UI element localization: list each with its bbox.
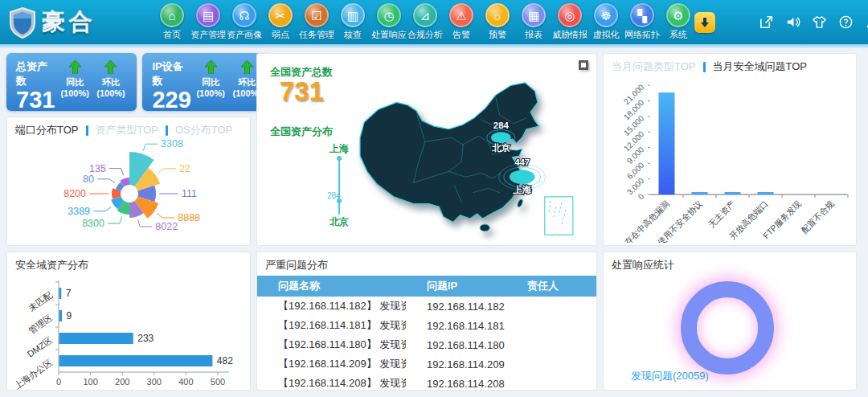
topbar-actions	[694, 12, 868, 33]
download-button[interactable]	[694, 12, 715, 33]
legend-found-issues[interactable]: 发现问题(20059)	[631, 369, 709, 383]
axis-line: 284	[338, 157, 340, 215]
table-row[interactable]: 【192.168.114.209】 发现资产不... 192.168.114.2…	[257, 354, 596, 374]
up-arrow-icon	[241, 60, 253, 74]
user-button[interactable]	[865, 14, 868, 30]
table-row[interactable]: 【192.168.114.208】 发现资产不... 192.168.114.2…	[257, 374, 596, 391]
nav-item-task-management[interactable]: ☑ 任务管理	[301, 3, 333, 41]
volume-button[interactable]	[785, 14, 800, 30]
nav-item-alarm[interactable]: ⚠ 告警	[445, 3, 477, 41]
table-row[interactable]: 【192.168.114.181】 发现资产不... 192.168.114.1…	[257, 316, 596, 335]
clipboard-icon: ☑	[305, 3, 329, 27]
document-icon: ▥	[341, 3, 365, 27]
svg-text:284: 284	[493, 121, 510, 130]
theme-skin-button[interactable]	[812, 14, 827, 30]
up-arrow-icon	[69, 60, 81, 74]
tab-port-top[interactable]: 端口分布TOP	[15, 123, 79, 137]
fullscreen-button[interactable]	[759, 14, 774, 30]
axis-city-bottom: 北京	[330, 215, 349, 229]
axis-city-top: 上海	[330, 142, 349, 156]
monitor-icon: ▤	[196, 3, 220, 27]
panel-domain-assets: 安全域资产分布 01002003004005007未匹配9管理区233DMZ区4…	[6, 252, 251, 391]
svg-text:上海办公区: 上海办公区	[12, 358, 54, 391]
panel-port-distribution: 端口分布TOP 资产类型TOP OS分布TOP 3308221118888802…	[6, 117, 251, 246]
tab-os-top[interactable]: OS分布TOP	[175, 123, 232, 137]
yoy-trend: 同比 (100%)	[193, 59, 229, 106]
svg-text:无主资产: 无主资产	[706, 198, 738, 230]
nav-item-disposal-response[interactable]: ◷ 处置响应	[373, 3, 405, 41]
svg-text:22: 22	[179, 163, 190, 174]
panel-title: 处置响应统计	[604, 252, 856, 276]
svg-text:100: 100	[83, 377, 97, 387]
nav-item-threat-intelligence[interactable]: ◎ 威胁情报	[554, 3, 586, 41]
tab-divider	[86, 125, 88, 136]
nav-item-virtualization[interactable]: ☸ 虚拟化	[590, 3, 622, 41]
svg-text:3,000: 3,000	[625, 176, 646, 197]
axis-dot	[337, 156, 342, 161]
up-arrow-icon	[104, 60, 117, 74]
svg-text:500: 500	[211, 377, 225, 387]
mom-trend: 环比 (100%)	[93, 59, 129, 106]
share-icon: ☊	[232, 3, 256, 27]
svg-text:7: 7	[66, 288, 72, 299]
svg-text:135: 135	[89, 163, 106, 174]
domain-assets-bar-chart: 01002003004005007未匹配9管理区233DMZ区482上海办公区	[7, 276, 250, 391]
stat-card-ip-devices: IP设备数 229 同比 (100%) 环比 (100%)	[142, 53, 272, 111]
tab-issue-type-top[interactable]: 当月问题类型TOP	[612, 59, 696, 74]
stat-title: IP设备数	[152, 59, 192, 88]
nav-item-asset-profile[interactable]: ☊ 资产画像	[228, 3, 260, 41]
topology-icon: ▚	[630, 3, 654, 27]
nav-item-compliance-analysis[interactable]: ⊿ 合规分析	[409, 3, 441, 41]
panel-title: 严重问题分布	[257, 252, 596, 276]
svg-text:0: 0	[637, 191, 646, 201]
table-row[interactable]: 【192.168.114.180】 发现资产不... 192.168.114.1…	[257, 335, 596, 354]
axis-value: 284	[327, 191, 341, 200]
tab-security-domain-issues-top[interactable]: 当月安全域问题TOP	[713, 59, 808, 74]
svg-text:8300: 8300	[82, 218, 104, 229]
warning-triangle-icon: ⚠	[449, 3, 473, 27]
dashboard-content: 总资产数 731 同比 (100%) 环比 (100%)	[0, 48, 868, 391]
map-distribution-label: 全国资产分布	[270, 125, 333, 139]
table-row[interactable]: 【192.168.114.182】 发现资产不... 192.168.114.1…	[257, 297, 596, 316]
nav-item-asset-management[interactable]: ▤ 资产管理	[192, 3, 224, 41]
stat-value: 229	[152, 88, 192, 112]
svg-text:111: 111	[182, 188, 197, 199]
brand-logo: 豪合	[8, 6, 145, 39]
nav-item-network-topology[interactable]: ▚ 网络拓扑	[626, 3, 658, 41]
svg-text:北京: 北京	[491, 143, 510, 153]
svg-text:0: 0	[56, 377, 61, 387]
up-arrow-icon	[205, 60, 217, 74]
broken-link-icon: ✂	[268, 3, 293, 27]
panel-critical-issues: 严重问题分布 问题名称 问题IP 责任人 【192.168.114.182】 发…	[256, 252, 597, 391]
svg-text:482: 482	[217, 355, 233, 366]
gear-icon: ⚙	[666, 3, 690, 27]
nav-item-report[interactable]: ▦ 报表	[518, 3, 550, 41]
table-header: 问题名称 问题IP 责任人	[257, 276, 596, 297]
nav-item-home[interactable]: ⌂ 首页	[156, 3, 188, 41]
svg-text:200: 200	[115, 377, 129, 387]
svg-text:8022: 8022	[155, 221, 178, 232]
alarm-lamp-icon: ☼	[485, 3, 510, 27]
nav-item-weakness[interactable]: ✂ 弱点	[264, 3, 297, 41]
svg-text:管理区: 管理区	[27, 313, 54, 336]
nav-item-verification[interactable]: ▥ 核查	[337, 3, 369, 41]
download-arrow-icon	[699, 17, 710, 28]
svg-text:未匹配: 未匹配	[27, 290, 54, 313]
maximize-button[interactable]	[579, 60, 588, 70]
tab-asset-type-top[interactable]: 资产类型TOP	[96, 123, 159, 137]
tab-divider	[166, 125, 168, 136]
home-icon: ⌂	[160, 3, 184, 27]
top-nav-bar: 豪合 ⌂ 首页 ▤ 资产管理 ☊ 资产画像 ✂ 弱点 ☑ 任务管理 ▥ 核查 ◷…	[0, 0, 868, 44]
stat-title: 总资产数	[16, 59, 57, 88]
nav-item-system[interactable]: ⚙ 系统	[662, 3, 694, 41]
help-button[interactable]	[838, 14, 854, 30]
svg-text:8888: 8888	[178, 212, 200, 223]
response-donut-chart	[681, 281, 774, 374]
nav-item-early-warning[interactable]: ☼ 预警	[481, 3, 514, 41]
south-china-sea-inset	[545, 197, 573, 235]
chart-line-icon: ⊿	[413, 3, 437, 27]
svg-text:3308: 3308	[161, 139, 183, 149]
svg-text:3389: 3389	[68, 206, 90, 217]
svg-text:233: 233	[137, 333, 154, 344]
stat-cards-row: 总资产数 731 同比 (100%) 环比 (100%)	[6, 53, 251, 111]
